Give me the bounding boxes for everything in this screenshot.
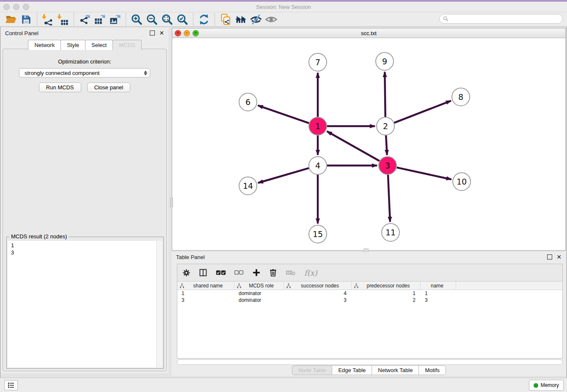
save-session-icon[interactable] (19, 13, 34, 26)
edge-3-11[interactable] (388, 175, 390, 222)
tab-mcds[interactable]: MCDS (113, 40, 141, 50)
node-11[interactable]: 11 (382, 224, 399, 241)
toolbar-separator (37, 13, 37, 26)
column-header-predecessor-nodes[interactable]: predecessor nodes (352, 282, 421, 290)
cell-successor-nodes[interactable]: 4 (284, 290, 352, 297)
tab-node-table[interactable]: Node Table (292, 365, 333, 375)
task-list-icon (8, 382, 14, 388)
deselect-all-columns-icon[interactable] (234, 270, 244, 275)
close-panel-icon[interactable]: ✕ (556, 255, 561, 259)
zoom-fit-icon[interactable] (160, 13, 175, 26)
node-8[interactable]: 8 (452, 88, 470, 106)
network-canvas[interactable]: 7968124314101511 (172, 38, 565, 250)
close-panel-icon[interactable]: ✕ (159, 31, 164, 35)
node-1[interactable]: 1 (309, 117, 327, 135)
cell-name[interactable]: 1 (421, 290, 456, 297)
tree-icon (286, 283, 291, 288)
search-icon (443, 16, 449, 22)
select-all-columns-icon[interactable] (216, 270, 226, 276)
cell-shared-name[interactable]: 3 (177, 297, 234, 304)
cell-predecessor-nodes[interactable]: 2 (352, 297, 421, 304)
mcds-result-group: MCDS result (2 nodes) 1 3 (6, 237, 164, 369)
cell-shared-name[interactable]: 1 (177, 290, 234, 297)
cell-successor-nodes[interactable]: 3 (284, 297, 352, 304)
node-6[interactable]: 6 (239, 93, 257, 111)
float-panel-icon[interactable] (547, 254, 552, 259)
node-14[interactable]: 14 (239, 177, 257, 195)
mcds-result-scrollbar[interactable] (156, 241, 162, 367)
edge-1-6[interactable] (258, 105, 309, 123)
houses-icon[interactable] (233, 13, 248, 26)
column-header-name[interactable]: name (421, 282, 456, 290)
copy-network-icon[interactable] (218, 13, 233, 26)
tab-motifs[interactable]: Motifs (418, 365, 446, 375)
edge-2-9[interactable] (385, 72, 385, 117)
node-3[interactable]: 3 (379, 157, 396, 174)
column-header-shared-name[interactable]: shared name (177, 282, 234, 290)
settings-gear-icon[interactable] (182, 269, 190, 277)
edge-4-14[interactable] (258, 168, 309, 183)
edge-2-3[interactable] (386, 135, 387, 155)
table-row[interactable]: 3 dominator 3 2 3 (177, 297, 562, 304)
tab-network-table[interactable]: Network Table (372, 365, 419, 375)
search-input[interactable] (451, 16, 562, 22)
cell-predecessor-nodes[interactable]: 1 (352, 290, 421, 297)
node-10[interactable]: 10 (453, 173, 471, 190)
cell-mcds-role[interactable]: dominator (234, 290, 284, 297)
node-7[interactable]: 7 (309, 53, 327, 71)
import-network-icon[interactable] (40, 13, 55, 26)
export-network-icon[interactable] (77, 13, 92, 26)
cell-mcds-role[interactable]: dominator (234, 297, 284, 304)
table-panel: Table Panel ✕ (172, 252, 566, 376)
export-table-icon[interactable] (92, 13, 107, 26)
hide-eye-icon[interactable] (248, 13, 264, 26)
float-panel-icon[interactable] (150, 30, 155, 36)
memory-status-dot (534, 383, 538, 388)
task-history-button[interactable] (4, 380, 18, 390)
zoom-in-icon[interactable] (129, 13, 144, 26)
network-window-titlebar[interactable]: × − + scc.txt (172, 28, 565, 38)
column-header-successor-nodes[interactable]: successor nodes (284, 282, 352, 290)
tab-edge-table[interactable]: Edge Table (332, 365, 372, 375)
show-column-panel-icon[interactable] (199, 268, 207, 277)
table-panel-title: Table Panel (176, 254, 205, 260)
criterion-select[interactable]: strongly connected component (19, 68, 150, 77)
memory-button[interactable]: Memory (529, 380, 564, 391)
refresh-view-icon[interactable] (196, 13, 212, 26)
zoom-out-icon[interactable] (144, 13, 160, 26)
tab-style[interactable]: Style (61, 40, 85, 50)
close-panel-button[interactable]: Close panel (87, 83, 131, 92)
divider-grip[interactable] (363, 248, 369, 252)
tab-network[interactable]: Network (28, 40, 61, 50)
eye-icon[interactable] (264, 13, 279, 26)
run-mcds-button[interactable]: Run MCDS (39, 83, 81, 92)
table-row[interactable]: 1 dominator 4 1 1 (177, 290, 562, 297)
table-horizontal-scrollbar[interactable] (177, 359, 563, 365)
node-label: 1 (315, 121, 320, 131)
function-builder-icon[interactable]: f(x) (304, 268, 317, 277)
node-label: 15 (313, 229, 323, 239)
table-tabs: Node Table Edge Table Network Table Moti… (172, 365, 566, 375)
edge-3-1[interactable] (327, 131, 380, 161)
edge-3-10[interactable] (396, 168, 451, 179)
zoom-selected-icon[interactable] (175, 13, 190, 26)
delete-column-icon[interactable] (269, 268, 277, 277)
node-label: 14 (243, 181, 253, 190)
node-4[interactable]: 4 (309, 157, 327, 174)
cell-name[interactable]: 3 (421, 297, 456, 304)
delete-table-icon[interactable] (286, 269, 296, 276)
mcds-result-text[interactable]: 1 3 (8, 241, 157, 367)
import-table-icon[interactable] (55, 13, 71, 26)
export-image-icon[interactable] (107, 13, 123, 26)
column-header-mcds-role[interactable]: MCDS role (234, 282, 284, 290)
tab-select[interactable]: Select (85, 40, 113, 50)
node-9[interactable]: 9 (376, 52, 394, 70)
node-2[interactable]: 2 (377, 117, 394, 135)
edge-2-8[interactable] (394, 101, 451, 123)
divider-grip[interactable] (170, 198, 173, 207)
open-session-icon[interactable] (3, 13, 19, 26)
node-15[interactable]: 15 (309, 225, 327, 243)
node-table-container: f(x) shared name MCDS role successor nod… (177, 264, 563, 359)
add-column-icon[interactable] (252, 268, 261, 277)
search-box[interactable] (439, 14, 563, 24)
